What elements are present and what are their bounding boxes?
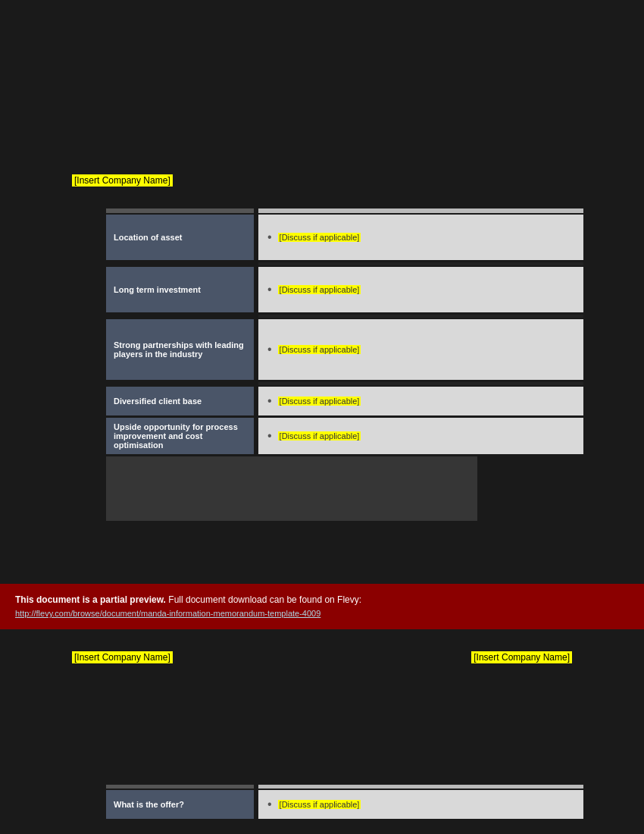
bullet-item: • [Discuss if applicable] <box>267 284 361 296</box>
highlighted-value: [Discuss if applicable] <box>278 800 361 809</box>
bullet-icon: • <box>267 798 272 810</box>
bullet-item: • [Discuss if applicable] <box>267 343 361 356</box>
preview-link[interactable]: http://flevy.com/browse/document/manda-i… <box>15 609 320 618</box>
row-value-5: • [Discuss if applicable] <box>258 418 583 454</box>
table-row: Upside opportunity for process improveme… <box>106 418 583 454</box>
bottom-row-value: • [Discuss if applicable] <box>258 790 583 819</box>
table-row: Strong partnerships with leading players… <box>106 319 583 380</box>
header-right-bar <box>258 208 583 213</box>
table-row: Diversified client base • [Discuss if ap… <box>106 387 583 415</box>
header-row <box>106 208 583 213</box>
preview-text: This document is a partial preview. Full… <box>15 594 629 605</box>
row-label-2: Long term investment <box>106 267 254 312</box>
bullet-icon: • <box>267 231 272 243</box>
footer-names: [Insert Company Name] [Insert Company Na… <box>0 651 644 663</box>
bottom-header-left-bar <box>106 785 254 789</box>
header-left-bar <box>106 208 254 213</box>
row-value-4: • [Discuss if applicable] <box>258 387 583 415</box>
row-label-1: Location of asset <box>106 215 254 260</box>
preview-normal-text: Full document download can be found on F… <box>168 594 361 605</box>
table-row: Location of asset • [Discuss if applicab… <box>106 215 583 260</box>
bullet-item: • [Discuss if applicable] <box>267 395 361 407</box>
footer-company-right: [Insert Company Name] <box>471 651 572 663</box>
bottom-table: What is the offer? • [Discuss if applica… <box>106 785 583 819</box>
highlighted-value: [Discuss if applicable] <box>278 233 361 242</box>
bullet-item: • [Discuss if applicable] <box>267 430 361 442</box>
bullet-item: • [Discuss if applicable] <box>267 798 361 810</box>
row-value-2: • [Discuss if applicable] <box>258 267 583 312</box>
bullet-icon: • <box>267 343 272 356</box>
row-value-3: • [Discuss if applicable] <box>258 319 583 380</box>
bullet-icon: • <box>267 284 272 296</box>
company-name-top: [Insert Company Name] <box>72 174 173 187</box>
row-label-5: Upside opportunity for process improveme… <box>106 418 254 454</box>
bottom-header-right-bar <box>258 785 583 789</box>
separator-1 <box>106 262 583 265</box>
preview-banner: This document is a partial preview. Full… <box>0 584 644 629</box>
bullet-icon: • <box>267 430 272 442</box>
row-label-3: Strong partnerships with leading players… <box>106 319 254 380</box>
preview-bold-text: This document is a partial preview. <box>15 594 166 605</box>
footer-company-left: [Insert Company Name] <box>72 651 173 663</box>
separator-2 <box>106 315 583 318</box>
highlighted-value: [Discuss if applicable] <box>278 285 361 294</box>
bullet-item: • [Discuss if applicable] <box>267 231 361 243</box>
bottom-section: [Insert Company Name] [Insert Company Na… <box>0 629 644 834</box>
bottom-row-label: What is the offer? <box>106 790 254 819</box>
table-row: Long term investment • [Discuss if appli… <box>106 267 583 312</box>
bottom-header <box>106 785 583 789</box>
main-content: Location of asset • [Discuss if applicab… <box>106 208 583 521</box>
highlighted-value: [Discuss if applicable] <box>278 345 361 354</box>
highlighted-value: [Discuss if applicable] <box>278 431 361 441</box>
row-label-4: Diversified client base <box>106 387 254 415</box>
watermark-area <box>106 456 477 521</box>
bullet-icon: • <box>267 395 272 407</box>
table-row: What is the offer? • [Discuss if applica… <box>106 790 583 819</box>
separator-3 <box>106 382 583 385</box>
highlighted-value: [Discuss if applicable] <box>278 397 361 406</box>
row-value-1: • [Discuss if applicable] <box>258 215 583 260</box>
